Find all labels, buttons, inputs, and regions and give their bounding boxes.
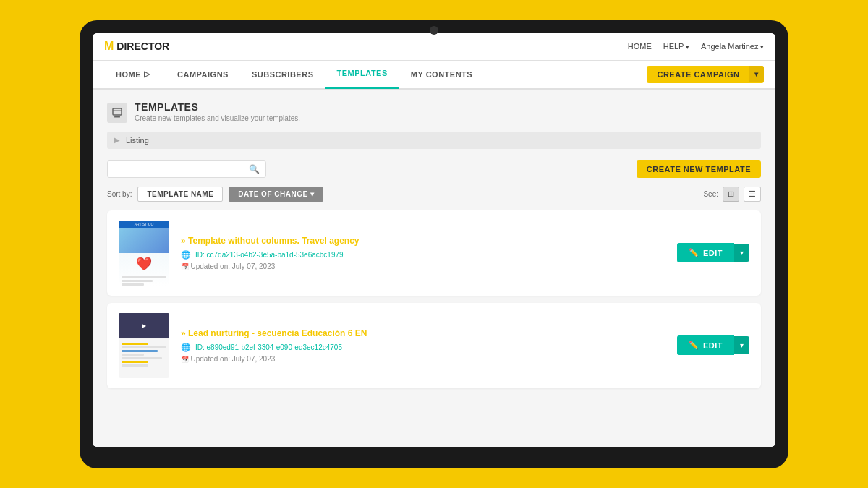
thumb1-heart-icon: ❤️ [119,253,169,272]
laptop-frame: M DIRECTOR HOME HELP Angela Martinez HOM… [80,20,788,468]
svg-rect-2 [114,116,120,118]
edit-dropdown-1[interactable]: ▾ [734,244,749,262]
list-view-button[interactable]: ☰ [744,187,761,202]
edit-icon-1: ✏️ [689,248,699,257]
sort-left: Sort by: TEMPLATE NAME DATE OF CHANGE ▾ [107,187,323,202]
nav-item-templates[interactable]: TEMPLATES [326,60,399,89]
sort-right: See: ⊞ ☰ [703,187,761,202]
sort-date-button[interactable]: DATE OF CHANGE ▾ [229,187,323,202]
top-home-link[interactable]: HOME [628,42,652,51]
template-id-1: ID: cc7da213-o4b2-3e5a-ba1d-53e6acbc1979 [195,251,344,259]
logo-text: DIRECTOR [116,40,169,52]
edit-button-1[interactable]: ✏️ EDIT [677,243,734,262]
nav-item-home[interactable]: HOME ▷ [104,60,166,89]
svg-rect-0 [113,108,122,115]
edit-button-2[interactable]: ✏️ EDIT [677,335,734,355]
template-thumb-2: ▶ [119,313,169,378]
template-name-1: Template without columns. Travel agency [181,236,665,246]
nav-bar: HOME ▷ CAMPAIGNS SUBSCRIBERS TEMPLATES M… [93,61,775,90]
sort-template-name-button[interactable]: TEMPLATE NAME [137,187,223,202]
see-label: See: [703,190,718,198]
page-title-block: TEMPLATES Create new templates and visua… [135,101,300,122]
listing-label: Listing [126,136,149,145]
search-input[interactable] [114,165,249,174]
cursor-icon: ▷ [144,69,154,80]
listing-arrow-icon: ▶ [114,136,120,144]
page-header: TEMPLATES Create new templates and visua… [107,101,761,123]
nav-item-campaigns[interactable]: CAMPAIGNS [166,60,240,89]
template-actions-1: ✏️ EDIT ▾ [677,243,749,262]
template-updated-1: Updated on: July 07, 2023 [181,262,665,270]
create-campaign-button[interactable]: CREATE CAMPAIGN ▾ [647,66,764,83]
search-icon: 🔍 [249,164,260,174]
thumb1-image: ARTÍSTICO [119,221,169,253]
laptop-notch [430,26,438,35]
listing-panel: ▶ Listing [107,132,761,149]
template-info-2: Lead nurturing - secuencia Educación 6 E… [181,328,665,363]
create-campaign-dropdown-arrow[interactable]: ▾ [749,66,765,82]
page-title: TEMPLATES [135,101,300,113]
template-info-1: Template without columns. Travel agency … [181,236,665,270]
sort-by-label: Sort by: [107,190,132,198]
create-template-button[interactable]: CREATE NEW TEMPLATE [637,160,761,178]
page-subtitle: Create new templates and visualize your … [135,114,300,122]
search-box: 🔍 [107,160,266,178]
template-card-1: ARTÍSTICO ❤️ Template without columns. T… [107,210,761,296]
template-id-row-1: 🌐 ID: cc7da213-o4b2-3e5a-ba1d-53e6acbc19… [181,250,665,260]
thumb2-top-image: ▶ [119,313,169,338]
top-user-menu[interactable]: Angela Martinez [701,42,764,51]
laptop-screen: M DIRECTOR HOME HELP Angela Martinez HOM… [93,33,775,447]
template-id-icon-2: 🌐 [181,343,191,352]
template-updated-2: Updated on: July 07, 2023 [181,355,665,363]
sort-row: Sort by: TEMPLATE NAME DATE OF CHANGE ▾ … [107,187,761,202]
template-actions-2: ✏️ EDIT ▾ [677,335,749,355]
top-help-link[interactable]: HELP [663,42,689,51]
nav-item-my-contents[interactable]: MY CONTENTS [399,60,484,89]
template-id-row-2: 🌐 ID: e890ed91-b2ef-3304-e090-ed3ec12c47… [181,343,665,352]
search-create-row: 🔍 CREATE NEW TEMPLATE [107,160,761,178]
template-thumb-1: ARTÍSTICO ❤️ [119,221,169,286]
logo-m-icon: M [104,40,114,53]
templates-icon [107,103,127,123]
logo: M DIRECTOR [104,40,169,53]
template-card-2: ▶ Lead nurturing - secuencia Educación 6… [107,303,761,388]
template-id-2: ID: e890ed91-b2ef-3304-e090-ed3ec12c4705 [195,343,342,351]
grid-view-button[interactable]: ⊞ [723,187,739,202]
top-bar: M DIRECTOR HOME HELP Angela Martinez [93,33,775,61]
top-bar-right: HOME HELP Angela Martinez [628,42,764,51]
template-id-icon-1: 🌐 [181,250,191,260]
edit-icon-2: ✏️ [689,341,699,350]
edit-dropdown-2[interactable]: ▾ [734,336,749,354]
content-area: TEMPLATES Create new templates and visua… [93,90,775,447]
nav-item-subscribers[interactable]: SUBSCRIBERS [240,60,326,89]
template-name-2: Lead nurturing - secuencia Educación 6 E… [181,328,665,338]
